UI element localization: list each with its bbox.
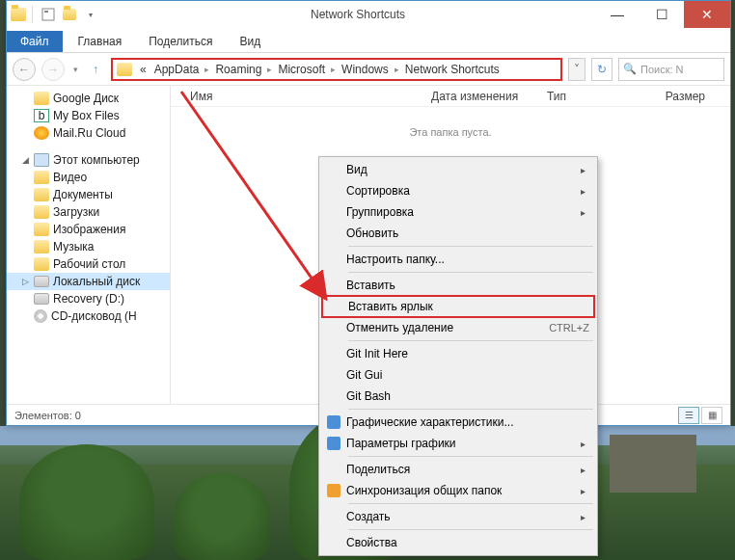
ctx-share[interactable]: Поделиться▸ <box>321 459 595 480</box>
qat-properties-icon[interactable] <box>39 5 58 24</box>
chevron-right-icon[interactable]: ▸ <box>265 65 274 74</box>
ctx-group[interactable]: Группировка▸ <box>321 201 595 223</box>
folder-icon <box>117 63 132 76</box>
close-button[interactable]: ✕ <box>684 1 730 28</box>
tree-item-this-pc[interactable]: ◢Этот компьютер <box>7 151 170 169</box>
breadcrumb-overflow[interactable]: « <box>136 63 150 76</box>
submenu-arrow-icon: ▸ <box>576 207 589 218</box>
minimize-button[interactable]: — <box>595 1 640 28</box>
search-icon: 🔍 <box>623 63 637 75</box>
breadcrumb-segment[interactable]: Network Shortcuts <box>401 63 504 76</box>
ctx-customize-folder[interactable]: Настроить папку... <box>321 249 595 270</box>
tree-item-cd-drive[interactable]: CD-дисковод (H <box>7 307 170 325</box>
svg-rect-1 <box>44 11 48 13</box>
tree-item-documents[interactable]: Документы <box>7 186 170 203</box>
ctx-properties[interactable]: Свойства <box>321 532 595 553</box>
chevron-right-icon[interactable]: ▸ <box>203 65 211 74</box>
tree-item-google-disk[interactable]: Google Диск <box>7 90 170 107</box>
collapse-icon[interactable]: ◢ <box>20 155 30 165</box>
window-title: Network Shortcuts <box>121 8 595 21</box>
tree-item-pictures[interactable]: Изображения <box>7 221 170 238</box>
breadcrumb-segment[interactable]: Microsoft <box>274 63 329 76</box>
search-input[interactable]: 🔍 Поиск: N <box>618 58 724 81</box>
nav-forward-button[interactable]: → <box>41 58 65 81</box>
nav-back-button[interactable]: ← <box>13 58 36 81</box>
ctx-refresh[interactable]: Обновить <box>321 223 595 244</box>
ctx-undo-delete[interactable]: Отменить удалениеCTRL+Z <box>321 317 595 338</box>
tree-item-recovery[interactable]: Recovery (D:) <box>7 290 170 307</box>
ctx-paste-shortcut[interactable]: Вставить ярлык <box>321 295 595 318</box>
column-size[interactable]: Размер <box>636 90 713 103</box>
tree-item-downloads[interactable]: Загрузки <box>7 203 170 221</box>
tree-item-desktop[interactable]: Рабочий стол <box>7 255 170 273</box>
tree-item-music[interactable]: Музыка <box>7 238 170 255</box>
address-bar-row: ← → ▾ ↑ « AppData ▸ Roaming ▸ Microsoft … <box>7 53 730 86</box>
view-icons-button[interactable]: ▦ <box>701 407 722 424</box>
submenu-arrow-icon: ▸ <box>576 439 589 449</box>
qat-newfolder-icon[interactable] <box>60 5 79 24</box>
ctx-git-gui[interactable]: Git Gui <box>321 364 595 386</box>
intel-gfx-icon <box>327 415 340 429</box>
ctx-view[interactable]: Вид▸ <box>321 159 595 180</box>
context-menu: Вид▸ Сортировка▸ Группировка▸ Обновить Н… <box>318 156 598 556</box>
tree-item-mailru[interactable]: Mail.Ru Cloud <box>7 124 170 142</box>
column-date[interactable]: Дата изменения <box>423 90 539 103</box>
sync-icon <box>327 484 340 497</box>
ctx-sync[interactable]: Синхронизация общих папок▸ <box>321 480 595 501</box>
column-name[interactable]: Имя <box>182 90 423 103</box>
refresh-button[interactable]: ↻ <box>591 58 612 81</box>
tab-home[interactable]: Главная <box>65 31 136 52</box>
column-type[interactable]: Тип <box>539 90 636 103</box>
qat-dropdown-icon[interactable]: ▾ <box>81 5 100 24</box>
breadcrumb-segment[interactable]: Roaming <box>211 63 265 76</box>
status-count: 0 <box>75 410 81 421</box>
ctx-git-init[interactable]: Git Init Here <box>321 343 595 364</box>
app-icon <box>11 8 26 21</box>
submenu-arrow-icon: ▸ <box>576 512 589 522</box>
title-bar[interactable]: ▾ Network Shortcuts — ☐ ✕ <box>7 1 730 28</box>
ctx-git-bash[interactable]: Git Bash <box>321 386 595 407</box>
tab-view[interactable]: Вид <box>226 31 274 52</box>
tab-file[interactable]: Файл <box>7 31 63 52</box>
status-count-label: Элементов: <box>14 410 72 421</box>
nav-up-button[interactable]: ↑ <box>86 60 105 79</box>
expand-icon[interactable]: ▷ <box>20 277 30 286</box>
address-dropdown[interactable]: ˅ <box>568 58 585 81</box>
submenu-arrow-icon: ▸ <box>576 465 589 475</box>
breadcrumb-segment[interactable]: AppData <box>150 63 204 76</box>
navigation-tree[interactable]: Google Диск bMy Box Files Mail.Ru Cloud … <box>7 86 171 404</box>
svg-rect-0 <box>42 9 54 20</box>
search-placeholder: Поиск: N <box>640 64 684 75</box>
submenu-arrow-icon: ▸ <box>576 186 589 197</box>
nav-history-dropdown[interactable]: ▾ <box>70 65 80 74</box>
ctx-gfx-params[interactable]: Параметры графики▸ <box>321 433 595 454</box>
ctx-paste[interactable]: Вставить <box>321 275 595 296</box>
submenu-arrow-icon: ▸ <box>576 165 589 175</box>
ctx-gfx-characteristics[interactable]: Графические характеристики... <box>321 412 595 433</box>
column-headers: Имя Дата изменения Тип Размер <box>171 86 730 107</box>
tab-share[interactable]: Поделиться <box>135 31 226 52</box>
intel-gfx-icon <box>327 437 340 450</box>
ctx-sort[interactable]: Сортировка▸ <box>321 180 595 201</box>
ribbon-tabs: Файл Главная Поделиться Вид <box>7 28 730 53</box>
chevron-right-icon[interactable]: ▸ <box>393 65 401 74</box>
breadcrumb-segment[interactable]: Windows <box>338 63 393 76</box>
maximize-button[interactable]: ☐ <box>640 1 684 28</box>
empty-folder-message: Эта папка пуста. <box>171 126 730 138</box>
chevron-right-icon[interactable]: ▸ <box>329 65 338 74</box>
view-details-button[interactable]: ☰ <box>678 407 699 424</box>
tree-item-local-disk[interactable]: ▷Локальный диск <box>7 273 170 290</box>
breadcrumb[interactable]: « AppData ▸ Roaming ▸ Microsoft ▸ Window… <box>111 58 562 81</box>
tree-item-video[interactable]: Видео <box>7 169 170 186</box>
tree-item-mybox[interactable]: bMy Box Files <box>7 107 170 124</box>
submenu-arrow-icon: ▸ <box>576 486 589 496</box>
ctx-new[interactable]: Создать▸ <box>321 506 595 527</box>
